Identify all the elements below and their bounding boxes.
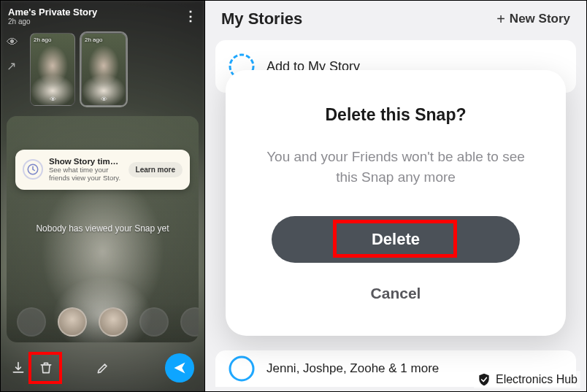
page-title: My Stories	[221, 9, 302, 28]
highlight-trash-annotation	[28, 352, 62, 384]
story-time-tip-card: Show Story time… See what time your frie…	[15, 150, 190, 190]
viewer-avatar	[139, 307, 169, 337]
edit-icon[interactable]	[96, 361, 110, 378]
viewer-avatar	[58, 307, 87, 337]
viewer-avatar	[17, 307, 46, 337]
stories-header: My Stories + New Story	[205, 1, 586, 36]
svg-point-2	[230, 357, 253, 380]
story-content-card: Show Story time… See what time your frie…	[7, 116, 199, 342]
story-thumb[interactable]: 2h ago 👁	[30, 33, 75, 106]
watermark: Electronics Hub	[474, 371, 580, 388]
tip-subtitle: See what time your friends view your Sto…	[49, 166, 123, 182]
new-story-label: New Story	[510, 12, 570, 26]
shield-icon	[477, 372, 491, 387]
watermark-text: Electronics Hub	[496, 373, 578, 386]
views-icon: 👁	[101, 96, 107, 103]
plus-icon: +	[496, 11, 505, 28]
modal-message: You and your Friends won't be able to se…	[264, 147, 527, 187]
viewer-avatar	[99, 307, 128, 337]
no-views-text: Nobody has viewed your Snap yet	[7, 223, 199, 234]
story-thumb[interactable]: 2h ago 👁	[81, 33, 126, 106]
clock-icon	[23, 159, 43, 180]
thumb-image	[31, 34, 74, 105]
learn-more-button[interactable]: Learn more	[128, 162, 183, 177]
delete-confirmation-modal: Delete this Snap? You and your Friends w…	[226, 70, 566, 336]
story-time: 2h ago	[8, 18, 97, 26]
thumb-time: 2h ago	[34, 36, 51, 43]
story-title: Ame's Private Story	[8, 7, 97, 18]
thumb-time: 2h ago	[85, 36, 102, 43]
story-group-label: Jenni, Joshpe, Zoohe & 1 more	[266, 361, 439, 376]
modal-title: Delete this Snap?	[326, 105, 467, 125]
story-ring-icon	[227, 354, 256, 383]
send-button[interactable]	[165, 353, 194, 383]
story-title-block: Ame's Private Story 2h ago	[8, 7, 97, 26]
story-detail-screen: Ame's Private Story 2h ago ⋮ 👁 ↗ 2h ago …	[1, 1, 205, 391]
story-header: Ame's Private Story 2h ago ⋮	[1, 1, 204, 28]
tip-title: Show Story time…	[49, 157, 123, 166]
tip-text-block: Show Story time… See what time your frie…	[49, 157, 123, 182]
views-icon: 👁	[50, 96, 56, 103]
my-stories-screen: My Stories + New Story Add to My Story J…	[205, 1, 586, 391]
viewer-avatar	[180, 307, 199, 337]
delete-button[interactable]: Delete	[272, 216, 520, 263]
viewers-strip[interactable]	[7, 301, 199, 342]
story-thumbnails: 2h ago 👁 2h ago 👁	[1, 28, 204, 112]
more-options-icon[interactable]: ⋮	[184, 9, 197, 23]
new-story-button[interactable]: + New Story	[496, 11, 570, 28]
thumb-image	[82, 34, 126, 105]
highlight-delete-annotation	[333, 220, 457, 258]
download-icon[interactable]	[11, 361, 26, 378]
cancel-button[interactable]: Cancel	[364, 280, 429, 307]
